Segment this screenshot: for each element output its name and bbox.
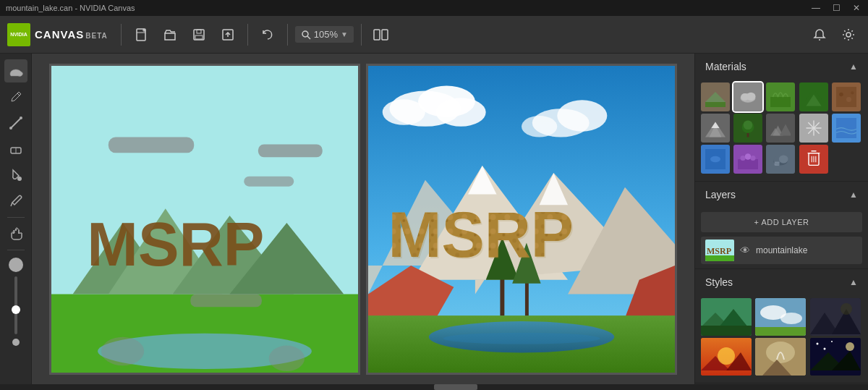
material-purple-plants[interactable] [733, 145, 762, 174]
line-tool-icon [9, 116, 23, 130]
selection-tool-button[interactable] [4, 59, 27, 82]
material-cloud[interactable] [733, 82, 762, 111]
brush-size-slider[interactable] [14, 276, 17, 334]
new-file-button[interactable] [129, 22, 153, 47]
settings-button[interactable] [836, 22, 861, 47]
svg-point-102 [779, 155, 788, 163]
close-btn[interactable]: ✕ [851, 3, 862, 13]
line-tool-button[interactable] [4, 111, 27, 135]
svg-text:MSRP: MSRP [707, 246, 731, 256]
brush-tool-button[interactable] [4, 85, 27, 109]
sketch-canvas-panel[interactable]: MSRP [49, 64, 360, 375]
scrollbar-thumb[interactable] [434, 384, 477, 390]
material-mountain-icon [705, 118, 726, 138]
material-purple-plants-icon [738, 149, 758, 169]
materials-header[interactable]: Materials ▲ [695, 54, 868, 80]
material-land[interactable] [701, 82, 730, 111]
render-canvas-panel[interactable]: MSRP MSRP MSRP [366, 64, 677, 375]
style-item-night[interactable] [810, 338, 861, 376]
svg-point-119 [780, 313, 802, 324]
material-mountain[interactable] [701, 114, 730, 143]
svg-point-136 [823, 348, 825, 350]
material-delete[interactable] [799, 145, 828, 174]
pan-tool-button[interactable] [4, 222, 27, 245]
material-soil[interactable] [832, 82, 861, 111]
zoom-control[interactable]: 105% ▼ [295, 26, 354, 43]
style-item-clouds[interactable] [755, 298, 806, 336]
styles-grid [695, 295, 868, 383]
maximize-btn[interactable]: ☐ [830, 3, 842, 13]
new-file-icon [134, 27, 148, 42]
styles-header[interactable]: Styles ▲ [695, 269, 868, 295]
layers-header[interactable]: Layers ▲ [695, 182, 868, 208]
svg-point-78 [846, 97, 851, 102]
svg-point-98 [745, 153, 751, 159]
style-item-landscape[interactable] [701, 298, 752, 336]
material-water[interactable] [701, 145, 730, 174]
material-tree[interactable] [733, 114, 762, 143]
material-rocks[interactable] [766, 114, 795, 143]
material-water-waves[interactable] [832, 114, 861, 143]
notifications-button[interactable] [807, 22, 832, 47]
view-toggle-button[interactable] [369, 22, 393, 47]
style-night-icon [810, 338, 861, 376]
svg-line-16 [17, 93, 20, 96]
eraser-tool-button[interactable] [4, 137, 27, 161]
export-icon [221, 27, 235, 42]
svg-point-77 [839, 93, 843, 97]
material-cloud-dark-icon [770, 149, 791, 169]
toolbar-divider-1 [121, 24, 122, 46]
nvidia-text: NVIDIA [10, 32, 27, 37]
nvidia-logo: NVIDIA [7, 23, 30, 46]
layers-chevron: ▲ [849, 190, 858, 200]
sketch-canvas[interactable]: MSRP [51, 66, 358, 373]
materials-section: Materials ▲ [695, 54, 868, 182]
eyedropper-tool-button[interactable] [4, 190, 27, 213]
settings-icon [842, 28, 855, 41]
render-canvas[interactable]: MSRP MSRP MSRP [368, 66, 675, 373]
svg-point-59 [443, 332, 600, 344]
sketch-canvas-wrapper: MSRP [49, 64, 360, 375]
layers-title: Layers [705, 189, 736, 200]
brush-size-small [12, 339, 20, 346]
style-item-dark[interactable] [810, 298, 861, 336]
material-delete-icon [804, 149, 824, 169]
window-title: mountain_lake.can - NVIDIA Canvas [6, 4, 135, 12]
material-cloud-dark[interactable] [766, 145, 795, 174]
brush-icon [9, 90, 23, 104]
material-grass[interactable] [766, 82, 795, 111]
svg-rect-32 [244, 176, 294, 186]
style-item-sunset[interactable] [701, 338, 752, 376]
svg-point-85 [744, 121, 753, 130]
material-water-icon [705, 149, 726, 169]
slider-thumb [12, 305, 20, 314]
svg-rect-72 [770, 97, 791, 107]
horizontal-scrollbar[interactable] [0, 384, 868, 390]
material-soil-icon [836, 87, 856, 107]
style-sunset-icon [701, 338, 752, 376]
svg-point-133 [846, 342, 854, 351]
save-file-button[interactable] [187, 22, 211, 47]
svg-rect-0 [137, 29, 145, 41]
minimize-btn[interactable]: — [810, 3, 822, 13]
undo-button[interactable] [255, 22, 280, 47]
material-foliage[interactable] [799, 82, 828, 111]
svg-point-10 [302, 31, 308, 37]
svg-rect-68 [705, 102, 726, 107]
style-item-geyser[interactable] [755, 338, 806, 376]
save-file-icon [192, 27, 206, 42]
open-file-button[interactable] [158, 22, 182, 47]
layer-item[interactable]: MSRP 👁 mountainlake [701, 237, 862, 264]
eyedropper-icon [9, 194, 23, 208]
svg-point-135 [831, 341, 833, 342]
svg-marker-82 [711, 122, 719, 128]
material-snow[interactable] [799, 114, 828, 143]
layer-visibility-icon[interactable]: 👁 [740, 245, 750, 256]
svg-point-79 [851, 91, 854, 94]
export-button[interactable] [216, 22, 240, 47]
svg-rect-12 [374, 30, 380, 40]
add-layer-button[interactable]: + ADD LAYER [701, 212, 862, 232]
fill-tool-button[interactable] [4, 164, 27, 187]
notification-icon [813, 28, 826, 41]
styles-title: Styles [705, 276, 733, 288]
